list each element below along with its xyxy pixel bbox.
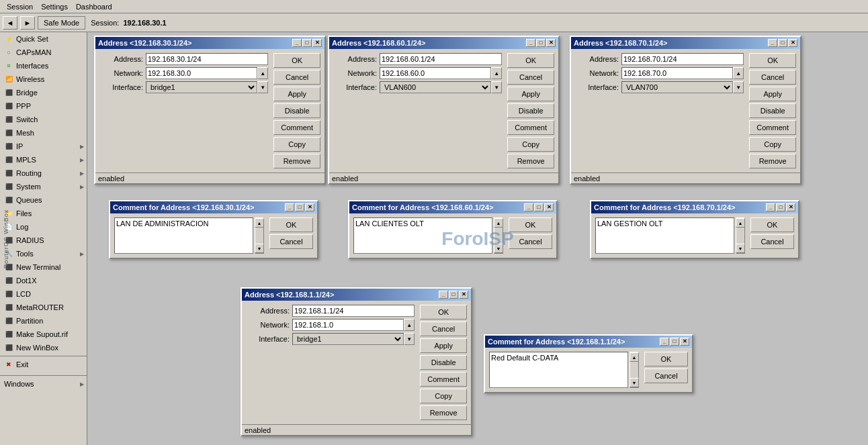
sidebar-item-files[interactable]: 📁 Files (0, 207, 87, 220)
sidebar-item-ppp[interactable]: ⬛ PPP (0, 99, 87, 113)
addr3-titlebar[interactable]: Address <192.168.70.1/24> _ □ ✕ (571, 37, 800, 49)
sidebar-item-system[interactable]: ⬛ System ▶ (0, 180, 87, 193)
comment4-maximize[interactable]: □ (670, 338, 679, 346)
addr3-interface-select[interactable]: VLAN700 (621, 81, 733, 93)
addr4-ok-button[interactable]: OK (420, 305, 467, 319)
addr3-apply-button[interactable]: Apply (749, 87, 796, 101)
comment1-textarea[interactable]: LAN DE ADMINISTRACION (114, 217, 253, 254)
menu-settings[interactable]: Settings (37, 2, 72, 11)
comment4-cancel-button[interactable]: Cancel (644, 368, 688, 383)
sidebar-item-metarouter[interactable]: ⬛ MetaROUTER (0, 301, 87, 314)
comment3-ok-button[interactable]: OK (750, 217, 794, 232)
back-button[interactable]: ◄ (3, 16, 17, 30)
sidebar-item-partition[interactable]: ⬛ Partition (0, 314, 87, 328)
sidebar-item-wireless[interactable]: 📶 Wireless (0, 72, 87, 86)
addr4-minimize[interactable]: _ (439, 291, 448, 299)
sidebar-item-windows[interactable]: Windows ▶ (0, 377, 87, 391)
comment4-textarea[interactable]: Red Default C-DATA (489, 352, 628, 388)
addr4-disable-button[interactable]: Disable (420, 355, 467, 370)
sidebar-item-bridge[interactable]: ⬛ Bridge (0, 86, 87, 99)
addr3-ok-button[interactable]: OK (749, 53, 796, 68)
comment2-scroll-down[interactable]: ▼ (494, 244, 503, 253)
addr1-close[interactable]: ✕ (312, 39, 322, 47)
comment4-scroll-up[interactable]: ▲ (630, 352, 639, 362)
comment3-cancel-button[interactable]: Cancel (750, 234, 794, 249)
addr4-copy-button[interactable]: Copy (420, 389, 467, 403)
comment2-scroll-up[interactable]: ▲ (494, 218, 503, 228)
addr4-comment-button[interactable]: Comment (420, 372, 467, 387)
addr2-address-input[interactable] (380, 53, 502, 65)
comment2-minimize[interactable]: _ (524, 203, 533, 211)
addr2-minimize[interactable]: _ (526, 39, 535, 47)
addr1-network-dropdown[interactable]: ▲ (257, 67, 268, 79)
sidebar-item-ip[interactable]: ⬛ IP ▶ (0, 140, 87, 153)
comment3-titlebar[interactable]: Comment for Address <192.168.70.1/24> _ … (591, 201, 798, 213)
comment3-maximize[interactable]: □ (776, 203, 785, 211)
sidebar-item-mpls[interactable]: ⬛ MPLS ▶ (0, 153, 87, 166)
addr1-titlebar[interactable]: Address <192.168.30.1/24> _ □ ✕ (95, 37, 324, 49)
comment1-cancel-button[interactable]: Cancel (269, 234, 313, 249)
sidebar-item-tools[interactable]: 🔧 Tools ▶ (0, 247, 87, 260)
sidebar-item-new-winbox[interactable]: ⬛ New WinBox (0, 341, 87, 354)
safe-mode-button[interactable]: Safe Mode (38, 16, 85, 30)
addr3-copy-button[interactable]: Copy (749, 137, 796, 152)
sidebar-item-radius[interactable]: ⬛ RADIUS (0, 234, 87, 247)
addr3-comment-button[interactable]: Comment (749, 120, 796, 135)
sidebar-item-log[interactable]: 📄 Log (0, 220, 87, 234)
comment1-minimize[interactable]: _ (285, 203, 294, 211)
comment4-scroll-down[interactable]: ▼ (630, 378, 639, 387)
comment2-ok-button[interactable]: OK (509, 217, 552, 232)
addr4-cancel-button[interactable]: Cancel (420, 322, 467, 336)
addr1-ok-button[interactable]: OK (273, 53, 320, 68)
addr1-copy-button[interactable]: Copy (273, 137, 320, 152)
comment2-titlebar[interactable]: Comment for Address <192.168.60.1/24> _ … (349, 201, 556, 213)
addr2-comment-button[interactable]: Comment (507, 120, 554, 135)
addr1-maximize[interactable]: □ (302, 39, 312, 47)
addr4-interface-dropdown[interactable]: ▼ (404, 333, 415, 345)
sidebar-item-exit[interactable]: ✖ Exit (0, 358, 87, 371)
addr2-titlebar[interactable]: Address <192.168.60.1/24> _ □ ✕ (329, 37, 558, 49)
addr4-titlebar[interactable]: Address <192.168.1.1/24> _ □ ✕ (242, 289, 471, 301)
addr1-interface-select[interactable]: bridge1 (146, 81, 257, 93)
addr1-cancel-button[interactable]: Cancel (273, 70, 320, 85)
comment1-maximize[interactable]: □ (295, 203, 304, 211)
menu-dashboard[interactable]: Dashboard (72, 2, 116, 11)
comment3-close[interactable]: ✕ (786, 203, 795, 211)
addr4-close[interactable]: ✕ (459, 291, 468, 299)
addr4-interface-select[interactable]: bridge1 (292, 333, 404, 345)
comment2-textarea[interactable]: LAN CLIENTES OLT (353, 217, 492, 254)
addr3-cancel-button[interactable]: Cancel (749, 70, 796, 85)
addr3-maximize[interactable]: □ (778, 39, 787, 47)
comment1-ok-button[interactable]: OK (269, 217, 313, 232)
sidebar-item-dot1x[interactable]: ⬛ Dot1X (0, 274, 87, 287)
addr3-minimize[interactable]: _ (768, 39, 777, 47)
addr2-network-input[interactable] (380, 67, 491, 79)
comment1-scroll-down[interactable]: ▼ (255, 244, 264, 253)
addr4-network-input[interactable] (292, 319, 404, 331)
sidebar-item-interfaces[interactable]: ≡ Interfaces (0, 59, 87, 72)
addr2-close[interactable]: ✕ (546, 39, 556, 47)
addr3-address-input[interactable] (621, 53, 744, 65)
addr1-apply-button[interactable]: Apply (273, 87, 320, 101)
addr2-ok-button[interactable]: OK (507, 53, 554, 68)
addr4-apply-button[interactable]: Apply (420, 338, 467, 353)
addr2-apply-button[interactable]: Apply (507, 87, 554, 101)
addr1-comment-button[interactable]: Comment (273, 120, 320, 135)
sidebar-item-capsman[interactable]: ○ CAPsMAN (0, 46, 87, 59)
addr2-interface-select[interactable]: VLAN600 (380, 81, 491, 93)
addr1-interface-dropdown[interactable]: ▼ (257, 81, 268, 93)
comment1-scroll-up[interactable]: ▲ (255, 218, 264, 228)
addr4-remove-button[interactable]: Remove (420, 405, 467, 420)
comment3-scroll-up[interactable]: ▲ (736, 218, 745, 228)
sidebar-item-lcd[interactable]: ⬛ LCD (0, 287, 87, 301)
comment2-maximize[interactable]: □ (534, 203, 544, 211)
addr4-address-input[interactable] (292, 305, 415, 317)
addr3-network-dropdown[interactable]: ▲ (733, 67, 744, 79)
addr4-network-dropdown[interactable]: ▲ (404, 319, 415, 331)
comment4-ok-button[interactable]: OK (644, 352, 688, 366)
forward-button[interactable]: ► (20, 16, 35, 30)
addr1-minimize[interactable]: _ (292, 39, 302, 47)
comment4-close[interactable]: ✕ (680, 338, 689, 346)
sidebar-item-quick-set[interactable]: ⚡ Quick Set (0, 32, 87, 46)
addr2-copy-button[interactable]: Copy (507, 137, 554, 152)
